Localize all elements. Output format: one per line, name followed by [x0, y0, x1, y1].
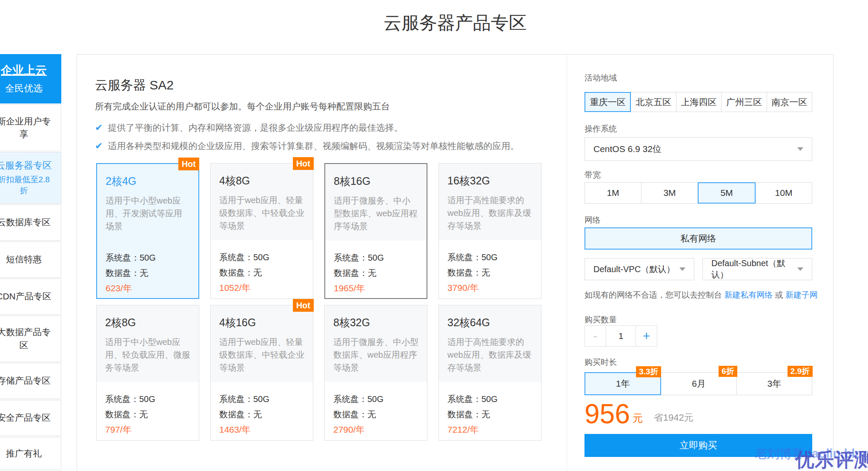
region-label: 活动地域: [584, 72, 812, 83]
watermark-site: 优乐评测网: [795, 447, 868, 471]
sidebar-item-label: 企业上云: [1, 62, 47, 79]
system-disk: 系统盘：50G: [219, 391, 304, 407]
plan-description: 适用于中小型web应用、轻负载应用、微服务等场景: [105, 336, 190, 374]
plan-price: 3790/年: [447, 280, 533, 296]
region-option-beijing[interactable]: 北京五区: [630, 92, 676, 112]
sidebar-item-sms-deals[interactable]: 短信特惠: [0, 241, 61, 278]
sidebar-item-referral[interactable]: 推广有礼: [0, 437, 61, 470]
product-description: 所有完成企业认证的用户都可以参加。每个企业用户账号每种配置限购五台: [95, 101, 390, 112]
network-type-button[interactable]: 私有网络: [584, 227, 812, 250]
duration-option-label: 3年: [767, 378, 781, 390]
plan-card-4c8g[interactable]: Hot 4核8G 适用于web应用、轻量级数据库、中轻载企业等场景 系统盘：50…: [210, 163, 313, 299]
duration-options: 3.3折 1年 6折 6月 2.9折 3年: [584, 372, 812, 395]
price-summary: 956 元 省1942元: [584, 400, 812, 428]
purchase-config-panel: 活动地域 重庆一区 北京五区 上海四区 广州三区 南京一区 操作系统 CentO…: [567, 55, 834, 471]
plan-card-8c32g[interactable]: 8核32G 适用于微服务、中小型数据库、web应用程序等场景 系统盘：50G 数…: [324, 305, 427, 441]
price-unit: /年: [239, 283, 251, 293]
product-title: 云服务器 SA2: [95, 77, 174, 94]
sidebar-item-storage-zone[interactable]: 存储产品专区: [0, 363, 61, 399]
main-panel: 云服务器 SA2 所有完成企业认证的用户都可以参加。每个企业用户账号每种配置限购…: [77, 54, 834, 471]
plan-title: 2核8G: [105, 316, 190, 330]
network-note-text: 或: [773, 290, 785, 299]
price-amount: 1052: [219, 283, 239, 293]
create-subnet-link[interactable]: 新建子网: [785, 290, 818, 299]
plan-price: 1463/年: [219, 422, 304, 437]
sidebar-item-enterprise-cloud[interactable]: 企业上云 全民优选: [0, 54, 61, 103]
page: 云服务器产品专区 企业上云 全民优选 新企业用户专享 云服务器专区 折扣最低至2…: [0, 0, 868, 471]
sidebar-item-bigdata-zone[interactable]: 大数据产品专区: [0, 316, 61, 362]
data-disk: 数据盘：无: [219, 265, 304, 280]
plan-title: 8核32G: [333, 316, 418, 330]
system-disk: 系统盘：50G: [219, 250, 304, 265]
plan-price: 623/年: [106, 281, 190, 296]
quantity-value[interactable]: 1: [606, 325, 636, 347]
bandwidth-option-3m[interactable]: 3M: [641, 182, 698, 204]
duration-option-1year[interactable]: 3.3折 1年: [584, 372, 661, 395]
quantity-stepper: - 1 +: [584, 325, 812, 347]
bandwidth-option-10m[interactable]: 10M: [755, 182, 812, 204]
sidebar-item-security-zone[interactable]: 安全产品专区: [0, 400, 61, 436]
bandwidth-option-1m[interactable]: 1M: [584, 182, 642, 204]
data-disk: 数据盘：无: [219, 407, 304, 422]
quantity-decrease-button[interactable]: -: [584, 325, 606, 347]
data-disk: 数据盘：无: [105, 407, 190, 422]
price-unit: /年: [120, 425, 132, 434]
os-select-value: CentOS 6.9 32位: [593, 143, 662, 155]
sidebar-item-database-zone[interactable]: 云数据库专区: [0, 204, 61, 241]
plan-card-2c4g[interactable]: Hot 2核4G 适用于中小型web应用、开发测试等应用场景 系统盘：50G 数…: [96, 163, 199, 299]
savings-text: 省1942元: [654, 411, 693, 428]
price-amount: 797: [105, 425, 120, 434]
region-option-shanghai[interactable]: 上海四区: [676, 92, 722, 112]
data-disk: 数据盘：无: [333, 407, 418, 422]
sidebar-item-label: 新企业用户专享: [0, 115, 52, 141]
sidebar-item-new-enterprise[interactable]: 新企业用户专享: [0, 104, 61, 151]
plan-description: 适用于高性能要求的web应用、数据库及缓存等场景: [447, 194, 533, 232]
price-unit: /年: [239, 425, 251, 434]
sidebar-item-cdn-zone[interactable]: CDN产品专区: [0, 279, 61, 315]
plan-description: 适用于微服务、中小型数据库、web应用程序等场景: [333, 336, 418, 374]
plan-title: 4核16G: [219, 316, 304, 330]
check-icon: ✔: [95, 122, 103, 133]
vpc-select[interactable]: Default-VPC（默认）: [584, 258, 694, 280]
sidebar-item-sublabel: 全民优选: [5, 82, 43, 95]
plan-description: 适用于中小型web应用、开发测试等应用场景: [106, 194, 190, 233]
total-price: 956: [584, 400, 630, 428]
plan-price: 1965/年: [334, 281, 418, 296]
feature-item: ✔适用各种类型和规模的企业级应用、搜索等计算集群、视频编解码、视频渲染等对单核性…: [95, 140, 519, 152]
check-icon: ✔: [95, 141, 103, 151]
plan-card-32c64g[interactable]: 32核64G 适用于高性能要求的web应用、数据库及缓存等场景 系统盘：50G …: [438, 305, 541, 441]
system-disk: 系统盘：50G: [105, 391, 190, 407]
plan-card-4c16g[interactable]: Hot 4核16G 适用于web应用、轻量级数据库、中轻载企业等场景 系统盘：5…: [210, 305, 313, 441]
quantity-increase-button[interactable]: +: [636, 325, 657, 347]
region-option-guangzhou[interactable]: 广州三区: [721, 92, 767, 112]
region-option-chongqing[interactable]: 重庆一区: [584, 92, 631, 112]
plan-title: 2核4G: [106, 174, 190, 188]
network-note-text: 如现有的网络不合适，您可以去控制台: [584, 290, 724, 299]
sidebar-item-label: 云服务器专区: [0, 159, 52, 172]
plan-title: 8核16G: [334, 174, 418, 188]
price-amount: 2790: [333, 425, 353, 434]
chevron-down-icon: [797, 267, 803, 271]
duration-option-6month[interactable]: 6折 6月: [661, 372, 736, 395]
network-note: 如现有的网络不合适，您可以去控制台 新建私有网络 或 新建子网: [584, 290, 812, 301]
region-option-nanjing[interactable]: 南京一区: [767, 92, 812, 112]
price-amount: 1463: [219, 425, 239, 434]
plan-card-8c16g[interactable]: 8核16G 适用于微服务、中小型数据库、web应用程序等场景 系统盘：50G 数…: [324, 163, 427, 299]
plan-card-2c8g[interactable]: 2核8G 适用于中小型web应用、轻负载应用、微服务等场景 系统盘：50G 数据…: [96, 305, 199, 441]
plan-card-16c32g[interactable]: 16核32G 适用于高性能要求的web应用、数据库及缓存等场景 系统盘：50G …: [438, 163, 541, 299]
data-disk: 数据盘：无: [447, 265, 533, 280]
system-disk: 系统盘：50G: [106, 250, 190, 265]
bandwidth-option-5m[interactable]: 5M: [698, 182, 756, 204]
price-amount: 623: [106, 283, 120, 293]
sidebar-item-label: 存储产品专区: [0, 374, 51, 387]
plan-price: 7212/年: [447, 422, 533, 437]
duration-option-3year[interactable]: 2.9折 3年: [736, 372, 812, 395]
price-amount: 1965: [334, 283, 354, 293]
os-select[interactable]: CentOS 6.9 32位: [584, 137, 812, 161]
plan-price: 797/年: [105, 422, 190, 437]
create-vpc-link[interactable]: 新建私有网络: [724, 290, 773, 299]
vpc-row: Default-VPC（默认） Default-Subnet（默认）: [584, 258, 812, 280]
subnet-select[interactable]: Default-Subnet（默认）: [702, 258, 812, 280]
sidebar-item-cvm-zone[interactable]: 云服务器专区 折扣最低至2.8折: [0, 152, 61, 204]
price-amount: 7212: [447, 425, 467, 434]
